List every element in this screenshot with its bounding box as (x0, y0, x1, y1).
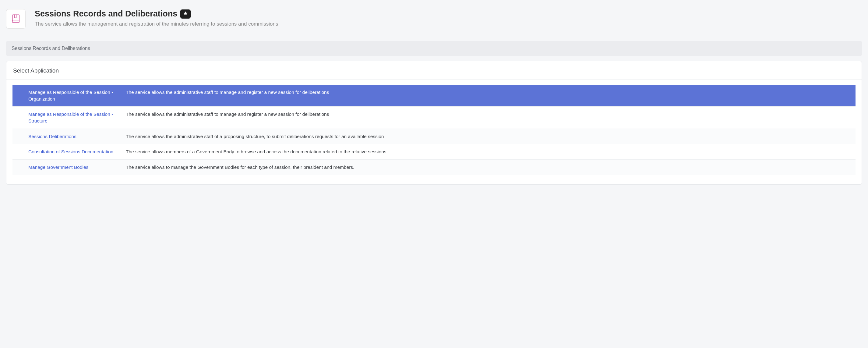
breadcrumb-item[interactable]: Sessions Records and Deliberations (11, 46, 90, 51)
application-row[interactable]: Consultation of Sessions Documentation T… (12, 144, 856, 160)
page-title: Sessions Records and Deliberations (35, 9, 177, 19)
header-text-block: Sessions Records and Deliberations The s… (35, 9, 862, 28)
header-title-row: Sessions Records and Deliberations (35, 9, 862, 19)
application-name-cell: Consultation of Sessions Documentation (28, 144, 126, 160)
application-link[interactable]: Consultation of Sessions Documentation (28, 149, 113, 154)
application-description: The service allows to manage the Governm… (126, 160, 856, 175)
application-link[interactable]: Manage as Responsible of the Session - O… (28, 90, 113, 102)
application-row[interactable]: Manage Government Bodies The service all… (12, 160, 856, 175)
application-name-cell: Manage Government Bodies (28, 160, 126, 175)
application-name-cell: Manage as Responsible of the Session - S… (28, 107, 126, 128)
application-list: Manage as Responsible of the Session - O… (12, 85, 856, 175)
application-name-cell: Sessions Deliberations (28, 129, 126, 144)
page-header: Sessions Records and Deliberations The s… (0, 0, 868, 41)
application-link[interactable]: Manage as Responsible of the Session - S… (28, 112, 113, 123)
application-description: The service allows the administrative st… (126, 107, 856, 122)
star-icon (183, 11, 188, 17)
application-link[interactable]: Manage Government Bodies (28, 165, 88, 170)
page-subtitle: The service allows the management and re… (35, 21, 862, 28)
application-description: The service allows members of a Governme… (126, 144, 856, 160)
application-row[interactable]: Manage as Responsible of the Session - O… (12, 85, 856, 107)
service-icon-box (6, 9, 26, 29)
application-link[interactable]: Sessions Deliberations (28, 134, 76, 139)
application-description: The service allows the administrative st… (126, 129, 856, 144)
application-name-cell: Manage as Responsible of the Session - O… (28, 85, 126, 106)
favorite-button[interactable] (180, 9, 191, 19)
application-description: The service allows the administrative st… (126, 85, 856, 100)
breadcrumb: Sessions Records and Deliberations (6, 41, 862, 56)
select-application-card: Select Application Manage as Responsible… (6, 61, 862, 185)
card-title: Select Application (6, 61, 862, 80)
svg-rect-0 (12, 14, 20, 23)
application-row[interactable]: Sessions Deliberations The service allow… (12, 129, 856, 144)
book-icon (11, 13, 21, 25)
application-row[interactable]: Manage as Responsible of the Session - S… (12, 107, 856, 128)
